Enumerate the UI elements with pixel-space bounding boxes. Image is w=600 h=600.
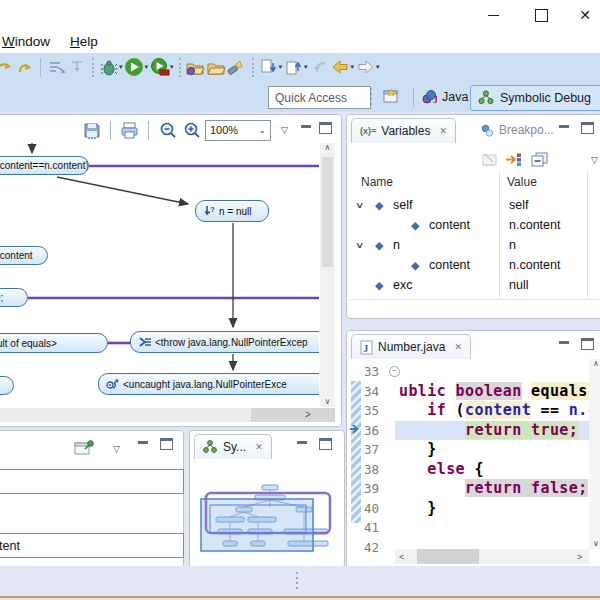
step-return-icon[interactable] <box>14 56 35 78</box>
symbolic-tree-thumbnail[interactable] <box>200 483 336 559</box>
open-resource-icon[interactable] <box>206 56 227 78</box>
tab-symbolic-thumbnail[interactable]: Sy... ✕ <box>194 434 272 459</box>
code-line-33[interactable] <box>395 362 589 382</box>
menu-item-help[interactable]: Help <box>68 32 108 51</box>
execution-tree-canvas[interactable]: .content==n.content)?n = null.contente;u… <box>0 143 319 407</box>
forward-icon[interactable] <box>355 56 376 78</box>
scroll-up-icon[interactable]: ∧ <box>593 359 599 369</box>
collapse-all-icon[interactable] <box>529 148 550 170</box>
minimize-view-icon[interactable] <box>298 122 314 138</box>
variables-row-content[interactable]: ◆contentn.content <box>349 215 600 235</box>
open-perspective-icon[interactable] <box>381 86 402 108</box>
line-number[interactable]: 39 <box>364 479 379 499</box>
run-dropdown-icon[interactable]: ▾ <box>145 63 149 71</box>
quick-access-input[interactable]: Quick Access <box>268 86 371 109</box>
minimize-view-icon[interactable] <box>556 122 572 138</box>
perspective-java-button[interactable]: J Java <box>414 85 475 109</box>
window-maximize-button[interactable] <box>524 0 558 30</box>
save-icon[interactable] <box>81 119 102 141</box>
run-icon[interactable] <box>124 56 145 78</box>
line-number[interactable]: 35 <box>364 401 379 421</box>
expand-chevron-icon[interactable]: > <box>354 202 365 208</box>
variables-row-n[interactable]: >◆nn <box>349 235 600 255</box>
variables-row-content[interactable]: ◆contentn.content <box>349 255 600 275</box>
maximize-view-icon[interactable] <box>317 438 333 454</box>
drop-to-frame-icon[interactable] <box>67 56 88 78</box>
splitter-handle[interactable] <box>296 572 298 589</box>
execution-tree-node-condition[interactable]: .content==n.content) <box>0 156 89 175</box>
window-minimize-button[interactable] <box>476 0 510 30</box>
search-icon[interactable] <box>227 56 248 78</box>
new-variables-view-icon[interactable] <box>479 148 500 170</box>
line-number[interactable]: 37 <box>364 440 379 460</box>
toolbar-drag-handle[interactable] <box>370 88 372 105</box>
minimize-view-icon[interactable] <box>135 438 151 454</box>
property-input-content[interactable]: tent <box>0 533 184 558</box>
expand-chevron-icon[interactable]: > <box>354 242 365 248</box>
minimize-view-icon[interactable] <box>556 338 572 354</box>
execution-tree-node-uncaught[interactable]: <uncaught java.lang.NullPointerExce <box>98 373 319 395</box>
code-line-35[interactable]: if (content == n.c <box>395 401 589 421</box>
editor-horizontal-scrollbar[interactable]: < > <box>395 549 589 564</box>
tab-breakpoints[interactable]: Breakpo... <box>475 118 560 142</box>
execution-tree-node-return-stmt[interactable]: e; <box>0 288 28 307</box>
step-over-icon[interactable] <box>0 56 14 78</box>
previous-annotation-dropdown-icon[interactable]: ▾ <box>304 63 308 71</box>
tab-number-java[interactable]: J Number.java ✕ <box>351 334 471 359</box>
scrollbar-thumb[interactable] <box>322 157 333 267</box>
skip-all-breakpoints-icon[interactable] <box>46 56 67 78</box>
tab-close-icon[interactable]: ✕ <box>439 126 447 136</box>
maximize-view-icon[interactable] <box>158 438 174 454</box>
scroll-down-icon[interactable]: ∨ <box>325 397 331 407</box>
variables-row-self[interactable]: >◆selfself <box>349 195 600 215</box>
variables-row-exc[interactable]: ◆excnull <box>349 275 600 295</box>
minimize-view-icon[interactable] <box>294 438 310 454</box>
perspective-symbolic-debug-button[interactable]: Symbolic Debug <box>470 85 600 111</box>
column-header-value[interactable]: Value <box>507 175 537 189</box>
maximize-view-icon[interactable] <box>579 122 595 138</box>
next-annotation-icon[interactable] <box>258 56 279 78</box>
line-number[interactable]: 38 <box>364 460 379 480</box>
scroll-left-icon[interactable]: < <box>399 552 404 562</box>
debug-icon[interactable] <box>98 56 119 78</box>
line-number[interactable]: 34 <box>364 382 379 402</box>
zoom-level-combo[interactable]: 100% ⌄ <box>205 120 271 141</box>
back-icon[interactable] <box>330 56 351 78</box>
maximize-view-icon[interactable] <box>317 122 333 138</box>
execution-tree-node-branch-n-null[interactable]: ?n = null <box>195 200 269 222</box>
show-logical-structure-icon[interactable] <box>504 148 525 170</box>
execution-tree-node-result-of-equals[interactable]: ult of equals> <box>0 333 108 353</box>
scrollbar-thumb[interactable] <box>0 408 251 422</box>
forward-dropdown-icon[interactable]: ▾ <box>376 63 380 71</box>
line-number[interactable]: 36 <box>364 421 379 441</box>
execution-tree-node-throw[interactable]: <throw java.lang.NullPointerExcep <box>130 331 319 353</box>
debug-dropdown-icon[interactable]: ▾ <box>119 63 123 71</box>
menu-item-window[interactable]: Window <box>0 32 60 51</box>
tab-close-icon[interactable]: ✕ <box>454 342 462 352</box>
scroll-down-icon[interactable]: ∨ <box>593 539 599 549</box>
execution-tree-node-content[interactable]: .content <box>0 246 48 265</box>
zoom-out-icon[interactable] <box>157 119 178 141</box>
coverage-dropdown-icon[interactable]: ▾ <box>170 63 174 71</box>
diagram-vertical-scrollbar[interactable]: ∧ ∨ <box>320 143 335 407</box>
back-dropdown-icon[interactable]: ▾ <box>351 63 355 71</box>
previous-annotation-icon[interactable] <box>283 56 304 78</box>
code-area[interactable]: ublic boolean equals( if (content == n.c… <box>395 362 589 549</box>
diagram-horizontal-scrollbar[interactable]: > <box>0 408 335 422</box>
code-line-37[interactable]: } <box>395 440 589 460</box>
code-line-39[interactable]: return false; <box>395 479 589 499</box>
column-header-name[interactable]: Name <box>361 175 393 189</box>
view-menu-icon[interactable]: ▽ <box>584 149 600 171</box>
scrollbar-thumb[interactable] <box>417 549 479 564</box>
line-number[interactable]: 33 <box>364 362 379 382</box>
editor-vertical-scrollbar[interactable]: ∧ ∨ <box>589 359 600 549</box>
code-line-34[interactable]: ublic boolean equals( <box>395 382 589 402</box>
code-line-38[interactable]: else { <box>395 460 589 480</box>
coverage-icon[interactable] <box>149 56 170 78</box>
tab-variables[interactable]: (x)= Variables ✕ <box>351 118 456 143</box>
maximize-view-icon[interactable] <box>579 338 595 354</box>
code-line-36[interactable]: return true; <box>395 421 589 441</box>
scroll-right-icon[interactable]: > <box>577 552 582 562</box>
property-input-empty[interactable] <box>0 469 184 494</box>
code-line-40[interactable]: } <box>395 499 589 519</box>
